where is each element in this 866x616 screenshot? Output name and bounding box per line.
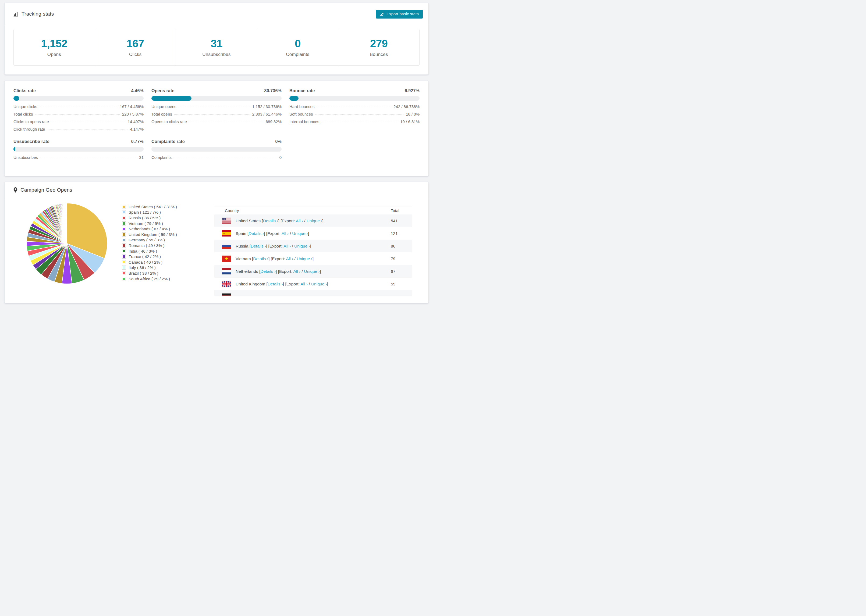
rate-row: Unsubscribes31 <box>13 155 143 163</box>
stat-value: 31 <box>211 38 222 50</box>
rate-value: 4.46% <box>131 88 143 93</box>
rates-card: Clicks rate4.46%Unique clicks167 / 4.456… <box>4 81 429 176</box>
legend-item: India ( 46 / 3% ) <box>122 248 177 254</box>
legend-item: Canada ( 40 / 2% ) <box>122 259 177 265</box>
export-all-link[interactable]: All › <box>301 282 308 286</box>
details-link[interactable]: Details › <box>251 244 266 248</box>
country-flag-es <box>222 230 231 237</box>
rate-row-label: Unique opens <box>151 104 176 109</box>
stat-label: Clicks <box>129 52 142 57</box>
rate-title: Clicks rate <box>13 88 36 93</box>
legend-item: Brazil ( 33 / 2% ) <box>122 270 177 276</box>
progress-bar-fill <box>151 96 192 101</box>
rate-row-value: 31 <box>139 155 143 160</box>
details-link[interactable]: Details › <box>268 282 283 286</box>
dotted-leader <box>178 107 250 107</box>
rate-row-value: 1,152 / 30.736% <box>252 104 282 109</box>
legend-swatch <box>122 277 126 281</box>
export-unique-link[interactable]: Unique › <box>304 269 320 273</box>
export-unique-link[interactable]: Unique › <box>294 244 310 248</box>
rate-row-value: 14.497% <box>128 119 143 124</box>
country-name: Netherlands <box>236 269 258 274</box>
legend-label: United States ( 541 / 31% ) <box>129 204 177 209</box>
legend-label: Romania ( 49 / 3% ) <box>129 243 164 248</box>
country-name: Russia <box>236 244 248 248</box>
geo-opens-header: Campaign Geo Opens <box>5 182 428 198</box>
details-link[interactable]: Details › <box>260 269 276 273</box>
geo-table-total-cell: 121 <box>391 231 412 236</box>
rate-title: Unsubscribe rate <box>13 139 49 144</box>
rate-row-value: 2,303 / 61.446% <box>252 112 282 116</box>
stat-box-clicks: 167Clicks <box>95 29 176 65</box>
progress-bar <box>290 96 420 101</box>
legend-swatch <box>122 233 126 237</box>
rate-section-clicks-rate: Clicks rate4.46%Unique clicks167 / 4.456… <box>13 87 143 134</box>
export-basic-stats-button[interactable]: Export basic stats <box>376 10 423 19</box>
geo-table-total-cell: 59 <box>391 282 412 286</box>
export-all-link[interactable]: All › <box>282 231 289 236</box>
legend-label: South Africa ( 29 / 2% ) <box>129 277 170 281</box>
legend-swatch <box>122 205 126 209</box>
geo-table-row: United Kingdom [Details ›] [Export: All … <box>214 278 412 290</box>
stat-label: Complaints <box>286 52 309 57</box>
export-all-link[interactable]: All › <box>283 244 291 248</box>
progress-bar-fill <box>13 96 19 101</box>
geo-table-total-cell: 67 <box>391 269 412 274</box>
geo-table-total-cell: 86 <box>391 244 412 248</box>
country-name: Spain <box>236 231 246 236</box>
legend-swatch <box>122 227 126 231</box>
rate-section-head: Clicks rate4.46% <box>13 87 143 94</box>
pie-slice <box>67 203 67 244</box>
rate-row-value: 19 / 6.81% <box>400 119 420 124</box>
export-all-link[interactable]: All › <box>293 269 301 273</box>
stat-box-unsubscribes: 31Unsubscribes <box>176 29 257 65</box>
progress-bar-fill <box>290 96 299 101</box>
geo-table-country-cell <box>214 290 412 296</box>
country-links: [Details ›] [Export: All › / Unique ›] <box>265 282 328 286</box>
rate-row: Internal bounces19 / 6.81% <box>290 119 420 127</box>
details-link[interactable]: Details › <box>253 256 268 261</box>
legend-label: Spain ( 121 / 7% ) <box>129 210 161 214</box>
progress-bar-fill <box>13 147 15 152</box>
rate-row-label: Internal bounces <box>290 119 319 124</box>
rate-row-label: Clicks to opens rate <box>13 119 49 124</box>
tracking-stats-title: Tracking stats <box>22 11 54 17</box>
export-all-link[interactable]: All › <box>296 218 303 223</box>
dotted-leader <box>35 115 120 115</box>
export-unique-link[interactable]: Unique › <box>311 282 327 286</box>
stat-value: 279 <box>370 38 387 50</box>
export-label: Export: <box>279 269 292 273</box>
details-link[interactable]: Details › <box>263 218 279 223</box>
export-unique-link[interactable]: Unique › <box>297 256 313 261</box>
geo-table-row: Spain [Details ›] [Export: All › / Uniqu… <box>214 227 412 240</box>
summary-stats-row: 1,152Opens167Clicks31Unsubscribes0Compla… <box>13 29 420 66</box>
details-link[interactable]: Details › <box>249 231 264 236</box>
geo-table-country-cell: United Kingdom [Details ›] [Export: All … <box>214 281 391 287</box>
country-name: United States <box>236 218 261 223</box>
export-unique-link[interactable]: Unique › <box>307 218 323 223</box>
geo-table-country-cell: Vietnam [Details ›] [Export: All › / Uni… <box>214 256 391 262</box>
export-all-link[interactable]: All › <box>286 256 293 261</box>
rate-row-label: Total opens <box>151 112 172 116</box>
geo-table-total-cell: 541 <box>391 218 412 223</box>
rate-section-complaints-rate: Complaints rate0%Complaints0 <box>151 138 282 163</box>
export-unique-link[interactable]: Unique › <box>292 231 308 236</box>
geo-opens-title: Campaign Geo Opens <box>20 187 72 193</box>
legend-label: United Kingdom ( 59 / 3% ) <box>129 232 177 237</box>
rate-row: Unique clicks167 / 4.456% <box>13 104 143 112</box>
export-label: Export: <box>267 231 280 236</box>
rate-row: Hard bounces242 / 86.738% <box>290 104 420 112</box>
legend-item: Germany ( 55 / 3% ) <box>122 237 177 243</box>
progress-bar <box>151 147 282 152</box>
stat-box-bounces: 279Bounces <box>339 29 419 65</box>
country-flag-gb <box>222 281 231 287</box>
geo-table-header-total: Total <box>391 208 412 213</box>
legend-item: Russia ( 86 / 5% ) <box>122 215 177 221</box>
legend-swatch <box>122 238 126 242</box>
legend-item: France ( 42 / 2% ) <box>122 254 177 259</box>
pie-legend: United States ( 541 / 31% )Spain ( 121 /… <box>122 204 177 281</box>
dotted-leader <box>174 115 250 115</box>
legend-label: Germany ( 55 / 3% ) <box>129 237 165 242</box>
rate-row: Soft bounces18 / 0% <box>290 112 420 119</box>
geo-table-row: Vietnam [Details ›] [Export: All › / Uni… <box>214 252 412 265</box>
